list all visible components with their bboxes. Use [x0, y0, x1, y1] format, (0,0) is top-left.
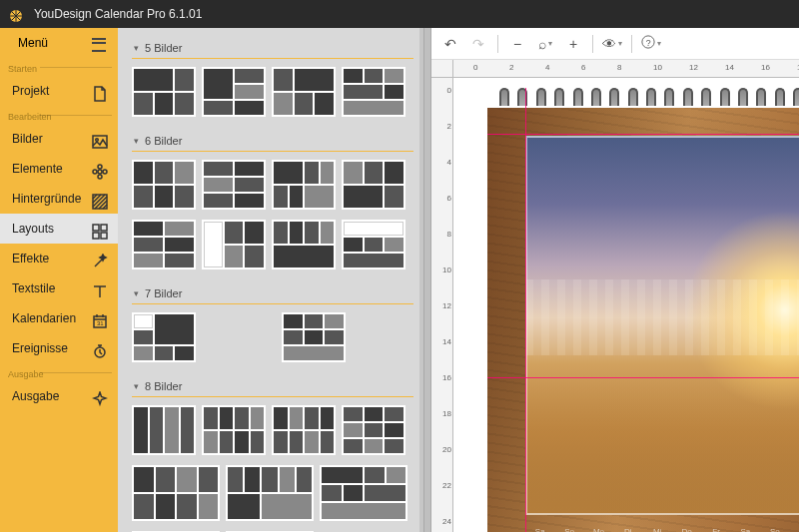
svg-rect-12 — [101, 233, 107, 239]
group-5-bilder[interactable]: 5 Bilder — [132, 34, 413, 59]
wand-icon — [92, 251, 108, 266]
layout-thumb[interactable] — [272, 220, 336, 269]
toolbar-separator — [631, 35, 632, 53]
toolbar-separator — [592, 35, 593, 53]
thumb-row — [132, 67, 413, 117]
sidebar-item-effekte[interactable]: Effekte — [0, 244, 118, 273]
app-title: YouDesign Calendar Pro 6.1.01 — [34, 7, 202, 21]
help-icon: ? — [641, 35, 655, 52]
sidebar-section-ausgabe: Ausgabe — [0, 363, 118, 381]
ruler-corner — [431, 60, 453, 78]
guide-line[interactable] — [487, 134, 799, 135]
group-6-bilder[interactable]: 6 Bilder — [132, 127, 413, 152]
panel-divider[interactable] — [423, 28, 431, 532]
help-button[interactable]: ? — [638, 31, 664, 57]
clock-icon — [92, 340, 108, 356]
layout-thumb[interactable] — [132, 465, 220, 521]
layout-thumb[interactable] — [342, 160, 405, 210]
page-photo[interactable] — [525, 136, 799, 515]
image-icon — [92, 131, 108, 147]
svg-point-3 — [98, 170, 102, 174]
sidebar: Menü Starten Projekt Bearbeiten Bilder E… — [0, 28, 118, 532]
canvas[interactable]: Sa1So2Mo3Di4Mi5Do6Fr7Sa8So9Mo10Di11Mi12D… — [453, 78, 799, 532]
layout-thumb[interactable] — [342, 220, 405, 269]
zoom-fit-button[interactable]: ⌕ — [532, 31, 558, 57]
layout-thumb[interactable] — [132, 67, 196, 117]
svg-rect-10 — [101, 225, 107, 231]
layout-thumb[interactable] — [202, 405, 266, 455]
layout-thumb[interactable] — [202, 220, 266, 269]
sidebar-item-bilder[interactable]: Bilder — [0, 124, 118, 154]
layouts-panel[interactable]: 5 Bilder 6 Bilder 7 Bilder 8 Bilder — [118, 28, 423, 532]
zoom-out-button[interactable]: − — [504, 31, 530, 57]
layout-thumb[interactable] — [202, 160, 266, 210]
svg-point-6 — [93, 170, 97, 174]
hatch-icon — [92, 191, 108, 207]
ruler-horizontal: 02468101214161820 — [453, 60, 799, 78]
sidebar-item-ereignisse[interactable]: Ereignisse — [0, 333, 118, 363]
layout-thumb[interactable] — [272, 67, 336, 117]
sparkle-icon — [92, 388, 108, 404]
sidebar-item-hintergruende[interactable]: Hintergründe — [0, 184, 118, 214]
ruler-vertical: 024681012141618202224 — [431, 78, 453, 532]
sidebar-item-elemente[interactable]: Elemente — [0, 154, 118, 184]
svg-point-7 — [103, 170, 107, 174]
zoom-in-button[interactable]: + — [560, 31, 586, 57]
svg-point-4 — [98, 165, 102, 169]
guide-line[interactable] — [525, 88, 526, 532]
group-8-bilder[interactable]: 8 Bilder — [132, 372, 413, 397]
svg-text:31: 31 — [97, 320, 104, 326]
layout-thumb[interactable] — [132, 220, 196, 269]
layout-thumb[interactable] — [282, 312, 346, 362]
sidebar-item-kalendarien[interactable]: Kalendarien 31 — [0, 303, 118, 333]
layout-thumb[interactable] — [226, 465, 314, 521]
spiral-binding — [499, 88, 799, 110]
editor-area: ↶ ↷ − ⌕ + 👁 ? 02468101214161820 02468101… — [431, 28, 799, 532]
sidebar-item-layouts[interactable]: Layouts — [0, 214, 118, 244]
eye-icon: 👁 — [602, 36, 616, 52]
type-icon — [92, 280, 108, 296]
app-logo-icon — [8, 6, 24, 22]
layout-thumb[interactable] — [272, 405, 336, 455]
toolbar-separator — [497, 35, 498, 53]
calendar-page[interactable]: Sa1So2Mo3Di4Mi5Do6Fr7Sa8So9Mo10Di11Mi12D… — [487, 88, 799, 532]
svg-rect-9 — [93, 225, 99, 231]
grid-icon — [92, 221, 108, 237]
sidebar-item-ausgabe[interactable]: Ausgabe — [0, 381, 118, 411]
calendar-icon: 31 — [92, 310, 108, 326]
sidebar-item-projekt[interactable]: Projekt — [0, 76, 118, 106]
editor-toolbar: ↶ ↷ − ⌕ + 👁 ? — [431, 28, 799, 60]
calendar-day-strip[interactable]: Sa1So2Mo3Di4Mi5Do6Fr7Sa8So9Mo10Di11Mi12D… — [525, 527, 799, 532]
file-icon — [92, 83, 108, 99]
undo-button[interactable]: ↶ — [437, 31, 463, 57]
svg-point-5 — [98, 175, 102, 179]
sidebar-section-starten: Starten — [0, 58, 118, 76]
titlebar: YouDesign Calendar Pro 6.1.01 — [0, 0, 799, 28]
svg-text:?: ? — [646, 38, 651, 48]
sidebar-item-textstile[interactable]: Textstile — [0, 273, 118, 303]
menu-button[interactable]: Menü — [0, 28, 118, 58]
layout-thumb[interactable] — [202, 67, 266, 117]
layout-thumb[interactable] — [342, 405, 405, 455]
svg-point-2 — [96, 139, 99, 142]
guide-line[interactable] — [487, 377, 799, 378]
group-7-bilder[interactable]: 7 Bilder — [132, 279, 413, 304]
layout-thumb[interactable] — [272, 160, 336, 210]
canvas-wrap: 02468101214161820 024681012141618202224 … — [431, 60, 799, 532]
view-button[interactable]: 👁 — [599, 31, 625, 57]
flower-icon — [92, 161, 108, 177]
layout-thumb[interactable] — [132, 160, 196, 210]
layout-thumb[interactable] — [320, 465, 407, 521]
redo-button[interactable]: ↷ — [465, 31, 491, 57]
layout-thumb[interactable] — [132, 312, 196, 362]
layout-thumb[interactable] — [132, 405, 196, 455]
sidebar-section-bearbeiten: Bearbeiten — [0, 106, 118, 124]
layout-thumb[interactable] — [342, 67, 405, 117]
svg-rect-11 — [93, 233, 99, 239]
